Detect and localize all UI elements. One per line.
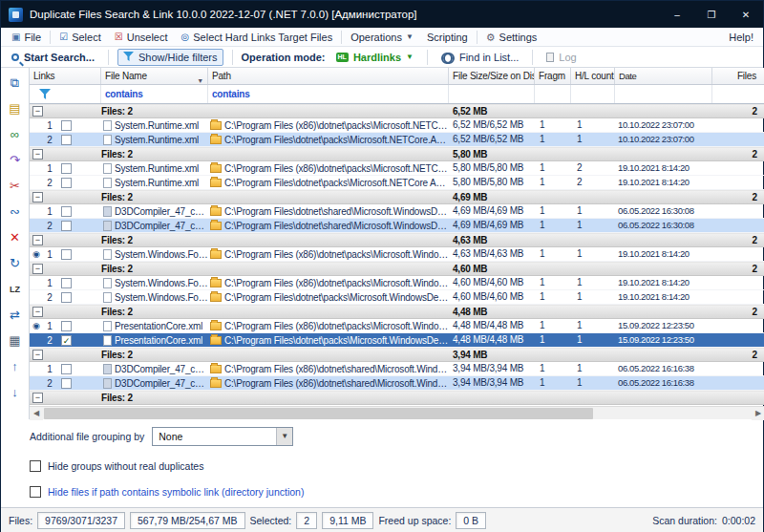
collapse-group-button[interactable]: − xyxy=(32,393,43,403)
column-header-date[interactable]: Date xyxy=(615,68,712,84)
row-select-checkbox[interactable] xyxy=(61,364,72,374)
column-header-fragm[interactable]: Fragm xyxy=(535,68,571,84)
column-header-file-name[interactable]: File Name▼ xyxy=(101,68,208,84)
cut-links-icon[interactable]: ✂ xyxy=(5,177,26,196)
file-fragm: 1 xyxy=(535,204,571,218)
minimize-button[interactable]: – xyxy=(660,1,694,28)
group-header-row[interactable]: −Files: 24,60 MB2 xyxy=(30,262,764,276)
log-button[interactable]: Log xyxy=(541,50,581,65)
scroll-left-icon[interactable]: ◀ xyxy=(30,407,43,420)
close-button[interactable]: ✕ xyxy=(729,1,763,28)
group-header-row[interactable]: −Files: 24,63 MB2 xyxy=(30,233,764,247)
filter-file-name[interactable]: contains xyxy=(101,85,208,103)
row-select-checkbox[interactable] xyxy=(61,278,72,288)
filter-hl-cell[interactable] xyxy=(571,85,615,103)
find-in-list-button[interactable]: Find in List... xyxy=(436,50,523,65)
row-select-checkbox[interactable] xyxy=(61,221,72,231)
menu-help[interactable]: Help! xyxy=(719,30,763,45)
menu-settings[interactable]: ⚙ Settings xyxy=(479,30,544,45)
row-select-checkbox[interactable] xyxy=(61,292,72,303)
scrollbar-thumb[interactable] xyxy=(44,408,593,419)
scroll-right-icon[interactable]: ▶ xyxy=(752,407,764,420)
column-header-size[interactable]: File Size/Size on Disk xyxy=(449,68,535,84)
row-select-checkbox[interactable] xyxy=(61,178,72,188)
collapse-group-button[interactable]: − xyxy=(32,106,43,117)
group-header-row[interactable]: −Files: 26,52 MB2 xyxy=(30,104,764,118)
file-row[interactable]: 2✓PresentationCore.xmlC:\Program Files\d… xyxy=(30,333,764,348)
horizontal-scrollbar[interactable]: ◀ ▶ xyxy=(30,406,764,419)
file-row[interactable]: 2System.Windows.Forms.xmlC:\Program File… xyxy=(30,290,764,305)
move-down-icon[interactable]: ↓ xyxy=(5,383,26,402)
recycle-icon[interactable]: ↻ xyxy=(5,254,26,273)
show-hide-filters-button[interactable]: Show/Hide filters xyxy=(117,49,223,66)
copy-files-icon[interactable]: ⧉ xyxy=(5,74,26,93)
checksum-icon[interactable]: ▦ xyxy=(5,331,26,351)
collapse-group-button[interactable]: − xyxy=(32,350,43,360)
hide-groups-checkbox[interactable] xyxy=(30,460,41,472)
collapse-group-button[interactable]: − xyxy=(32,235,43,245)
hide-symlink-paths-checkbox[interactable] xyxy=(30,486,41,498)
collapse-group-button[interactable]: − xyxy=(32,192,43,202)
binoculars-icon xyxy=(441,53,455,61)
file-row[interactable]: 2System.Runtime.xmlC:\Program Files\dotn… xyxy=(30,133,764,147)
filter-date-cell[interactable] xyxy=(615,85,712,103)
group-files-label: Files: 2 xyxy=(101,392,208,404)
row-select-checkbox[interactable] xyxy=(61,321,72,331)
chain-link-icon[interactable]: ∾ xyxy=(5,202,26,222)
start-search-button[interactable]: Start Search... xyxy=(7,50,99,65)
file-row[interactable]: 2D3DCompiler_47_cor3.dllC:\Program Files… xyxy=(30,219,764,233)
menu-operations[interactable]: Operations ▼ xyxy=(344,30,420,45)
menu-select[interactable]: ☑ Select xyxy=(53,30,108,45)
row-select-checkbox[interactable]: ✓ xyxy=(61,335,72,346)
group-header-row[interactable]: −Files: 24,69 MB2 xyxy=(30,190,764,204)
file-row[interactable]: 1D3DCompiler_47_cor3.dllC:\Program Files… xyxy=(30,204,764,219)
collapse-group-button[interactable]: − xyxy=(32,149,43,160)
column-header-path[interactable]: Path xyxy=(208,68,449,84)
file-row[interactable]: 1D3DCompiler_47_cor3.dllC:\Program Files… xyxy=(30,362,764,376)
filter-files-cell[interactable] xyxy=(712,85,764,103)
file-size: 4,60 MB/4,60 MB xyxy=(449,290,535,304)
column-header-links[interactable]: Links xyxy=(30,68,101,84)
delete-files-icon[interactable]: ✕ xyxy=(5,228,26,247)
group-path-cell xyxy=(208,392,449,404)
file-row[interactable]: 1System.Runtime.xmlC:\Program Files (x86… xyxy=(30,118,764,133)
filter-size-cell[interactable] xyxy=(449,85,535,103)
filter-fragm-cell[interactable] xyxy=(535,85,571,103)
menu-select-hardlink-targets[interactable]: ◎ Select Hard Links Target Files xyxy=(175,30,340,45)
grouping-select[interactable]: None ▼ xyxy=(152,427,293,446)
file-row[interactable]: ◉1PresentationCore.xmlC:\Program Files (… xyxy=(30,319,764,333)
file-row[interactable]: 1System.Windows.Forms.xmlC:\Program File… xyxy=(30,276,764,290)
menu-unselect[interactable]: ☒ Unselect xyxy=(108,30,175,45)
column-header-hl-count[interactable]: H/L count xyxy=(571,68,615,84)
open-folder-icon[interactable]: ▤ xyxy=(5,99,26,118)
file-row[interactable]: 2D3DCompiler_47_cor3.dllC:\Program Files… xyxy=(30,376,764,391)
row-select-checkbox[interactable] xyxy=(61,135,72,145)
collapse-group-button[interactable]: − xyxy=(32,264,43,274)
row-select-checkbox[interactable] xyxy=(61,378,72,389)
group-header-row[interactable]: −Files: 2 xyxy=(30,391,764,405)
row-select-checkbox[interactable] xyxy=(61,249,72,260)
move-up-icon[interactable]: ↑ xyxy=(5,357,26,376)
lz-compress-icon[interactable]: LZ xyxy=(5,280,26,299)
file-hl-count: 1 xyxy=(571,133,615,146)
group-header-row[interactable]: −Files: 24,48 MB2 xyxy=(30,305,764,319)
swap-files-icon[interactable]: ⇄ xyxy=(5,306,26,325)
collapse-group-button[interactable]: − xyxy=(32,307,43,317)
group-header-row[interactable]: −Files: 25,80 MB2 xyxy=(30,147,764,161)
create-hardlinks-icon[interactable]: ∞ xyxy=(5,125,26,144)
file-row[interactable]: ◉1System.Windows.Forms.xmlC:\Program Fil… xyxy=(30,247,764,262)
group-header-row[interactable]: −Files: 23,94 MB2 xyxy=(30,348,764,362)
chevron-down-icon: ▼ xyxy=(276,428,292,445)
menu-file[interactable]: ▣ File xyxy=(5,30,48,45)
file-row[interactable]: 2System.Runtime.xmlC:\Program Files\dotn… xyxy=(30,176,764,190)
row-select-checkbox[interactable] xyxy=(61,206,72,217)
column-header-files[interactable]: Files xyxy=(712,68,764,84)
create-symlinks-icon[interactable]: ↷ xyxy=(5,151,26,170)
row-select-checkbox[interactable] xyxy=(61,163,72,174)
filter-path[interactable]: contains xyxy=(208,85,449,103)
row-select-checkbox[interactable] xyxy=(61,120,72,131)
file-row[interactable]: 1System.Runtime.xmlC:\Program Files (x86… xyxy=(30,161,764,176)
menu-scripting[interactable]: Scripting xyxy=(420,30,475,45)
maximize-button[interactable]: ❐ xyxy=(694,1,729,28)
operation-mode-select[interactable]: HL Hardlinks ▼ xyxy=(331,50,418,65)
